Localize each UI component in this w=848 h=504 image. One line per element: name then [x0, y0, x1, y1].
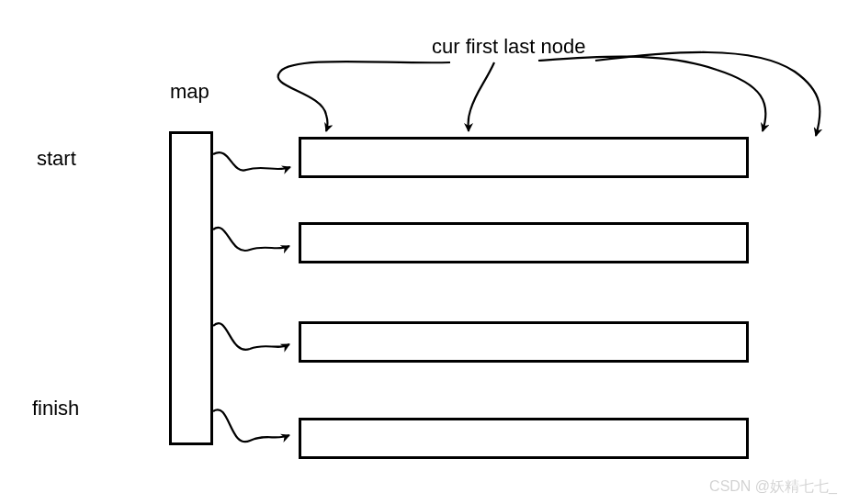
arrow-last — [538, 57, 765, 131]
arrow-first — [469, 62, 495, 131]
row-box-3 — [299, 321, 749, 363]
arrow-map-to-row-1 — [213, 152, 290, 170]
arrow-map-to-row-4 — [213, 409, 289, 442]
header-label: cur first last node — [432, 35, 586, 59]
arrow-node — [595, 52, 820, 136]
finish-label: finish — [32, 397, 79, 420]
row-box-2 — [299, 222, 749, 263]
arrow-cur — [278, 62, 450, 131]
row-box-1 — [299, 137, 749, 178]
start-label: start — [37, 147, 76, 171]
map-column-box — [169, 131, 213, 445]
row-box-4 — [299, 418, 749, 459]
map-label: map — [170, 80, 209, 104]
arrow-map-to-row-3 — [213, 323, 289, 350]
watermark: CSDN @妖精七七_ — [709, 477, 837, 497]
arrow-map-to-row-2 — [213, 228, 289, 251]
